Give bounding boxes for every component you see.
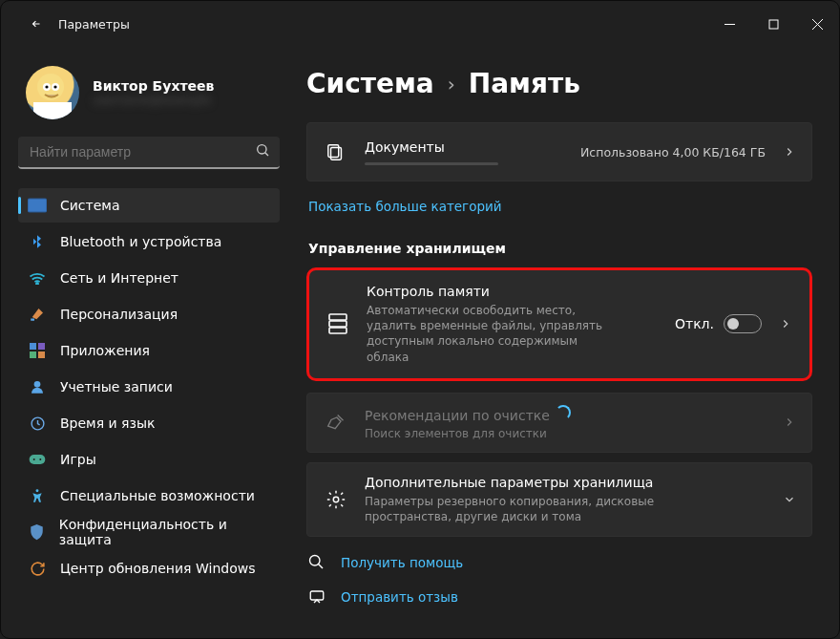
section-storage-management: Управление хранилищем xyxy=(308,241,812,256)
feedback-icon xyxy=(308,588,326,606)
sidebar-item-label: Время и язык xyxy=(60,415,155,431)
svg-point-14 xyxy=(36,283,38,285)
sidebar-item-privacy[interactable]: Конфиденциальность и защита xyxy=(18,515,280,549)
svg-rect-33 xyxy=(310,591,324,600)
sidebar-item-personalization[interactable]: Персонализация xyxy=(18,297,280,331)
chevron-right-icon xyxy=(779,317,792,330)
sidebar-item-label: Учетные записи xyxy=(60,379,173,394)
svg-point-20 xyxy=(34,381,41,388)
gear-icon xyxy=(325,488,347,511)
display-icon xyxy=(28,196,47,215)
profile-name: Виктор Бухтеев xyxy=(93,78,214,94)
svg-rect-29 xyxy=(329,321,346,327)
clock-icon xyxy=(28,414,47,433)
sidebar-item-network[interactable]: Сеть и Интернет xyxy=(18,261,280,295)
sidebar-item-accessibility[interactable]: Специальные возможности xyxy=(18,479,280,513)
svg-rect-15 xyxy=(31,319,34,321)
sidebar-item-label: Bluetooth и устройства xyxy=(60,234,221,249)
avatar xyxy=(26,66,79,119)
svg-point-23 xyxy=(33,458,35,460)
storage-sense-card[interactable]: Контроль памяти Автоматически освободить… xyxy=(306,267,812,381)
feedback-link[interactable]: Отправить отзыв xyxy=(306,583,812,611)
svg-rect-9 xyxy=(33,102,72,119)
titlebar: Параметры xyxy=(1,1,839,47)
svg-rect-18 xyxy=(30,351,36,358)
page-title: Память xyxy=(469,68,580,99)
svg-point-8 xyxy=(53,85,56,88)
sidebar-item-label: Сеть и Интернет xyxy=(60,270,178,286)
breadcrumb-parent[interactable]: Система xyxy=(306,68,434,99)
update-icon xyxy=(28,559,47,578)
sidebar-item-label: Конфиденциальность и защита xyxy=(59,517,270,547)
settings-window: Параметры xyxy=(0,0,840,639)
brush-icon xyxy=(28,305,47,324)
sidebar-item-label: Специальные возможности xyxy=(60,488,255,503)
profile-sub: username@example xyxy=(93,94,214,107)
svg-line-11 xyxy=(265,153,268,156)
svg-rect-12 xyxy=(28,199,47,212)
svg-point-25 xyxy=(36,489,39,492)
sidebar-item-label: Персонализация xyxy=(60,307,178,322)
sidebar-item-time[interactable]: Время и язык xyxy=(18,406,280,440)
minimize-button[interactable] xyxy=(707,1,751,47)
card-desc: Параметры резервного копирования, дисков… xyxy=(365,494,727,524)
chevron-right-icon xyxy=(783,145,796,159)
toggle-state-label: Откл. xyxy=(675,316,714,331)
svg-rect-17 xyxy=(38,343,45,350)
maximize-button[interactable] xyxy=(751,1,795,47)
card-title: Документы xyxy=(365,139,563,155)
chevron-right-icon: › xyxy=(448,73,455,96)
sidebar-item-apps[interactable]: Приложения xyxy=(18,333,280,368)
svg-rect-22 xyxy=(30,455,46,464)
sidebar: Виктор Бухтеев username@example Система xyxy=(1,47,289,638)
bluetooth-icon xyxy=(28,232,47,251)
accessibility-icon xyxy=(28,486,47,505)
footer-links: Получить помощь Отправить отзыв xyxy=(306,548,812,611)
sidebar-item-label: Игры xyxy=(60,452,96,467)
profile[interactable]: Виктор Бухтеев username@example xyxy=(18,47,280,135)
close-button[interactable] xyxy=(795,1,839,47)
sidebar-item-bluetooth[interactable]: Bluetooth и устройства xyxy=(18,224,280,259)
svg-rect-19 xyxy=(38,351,45,358)
svg-rect-28 xyxy=(329,314,346,320)
sidebar-item-accounts[interactable]: Учетные записи xyxy=(18,370,280,404)
broom-icon xyxy=(325,411,347,434)
svg-rect-1 xyxy=(769,20,778,29)
search-input[interactable] xyxy=(30,144,255,160)
advanced-card[interactable]: Дополнительные параметры хранилища Парам… xyxy=(306,462,812,537)
svg-rect-27 xyxy=(328,145,339,158)
svg-rect-16 xyxy=(30,343,36,350)
progress-bar xyxy=(365,162,498,165)
breadcrumb: Система › Память xyxy=(306,68,812,99)
cleanup-card[interactable]: Рекомендации по очистке Поиск элементов … xyxy=(306,393,812,453)
spinner-icon xyxy=(556,405,571,420)
shield-icon xyxy=(28,522,46,542)
search-box[interactable] xyxy=(18,137,280,169)
sidebar-item-label: Центр обновления Windows xyxy=(60,561,255,576)
svg-rect-30 xyxy=(329,328,346,333)
back-button[interactable] xyxy=(18,6,54,42)
storage-icon xyxy=(326,312,349,335)
svg-point-6 xyxy=(45,85,48,88)
documents-card[interactable]: Документы Использовано 4,00 КБ/164 ГБ xyxy=(306,122,812,181)
gamepad-icon xyxy=(28,450,47,469)
sidebar-item-update[interactable]: Центр обновления Windows xyxy=(18,551,280,586)
wifi-icon xyxy=(28,268,47,288)
chevron-right-icon xyxy=(783,415,796,429)
storage-sense-toggle[interactable]: Откл. xyxy=(675,314,762,333)
sidebar-item-label: Приложения xyxy=(60,343,150,358)
sidebar-item-gaming[interactable]: Игры xyxy=(18,442,280,477)
documents-icon xyxy=(325,140,347,163)
show-more-link[interactable]: Показать больше категорий xyxy=(306,185,504,233)
usage-text: Использовано 4,00 КБ/164 ГБ xyxy=(580,145,766,160)
svg-rect-26 xyxy=(331,147,342,160)
toggle-switch[interactable] xyxy=(724,314,762,333)
help-link[interactable]: Получить помощь xyxy=(306,548,812,577)
card-desc: Поиск элементов для очистки xyxy=(365,427,766,440)
sidebar-item-system[interactable]: Система xyxy=(18,188,280,223)
svg-point-31 xyxy=(333,497,339,502)
sidebar-item-label: Система xyxy=(60,198,119,213)
svg-point-10 xyxy=(258,145,266,154)
person-icon xyxy=(28,377,47,396)
card-title: Рекомендации по очистке xyxy=(365,405,766,423)
